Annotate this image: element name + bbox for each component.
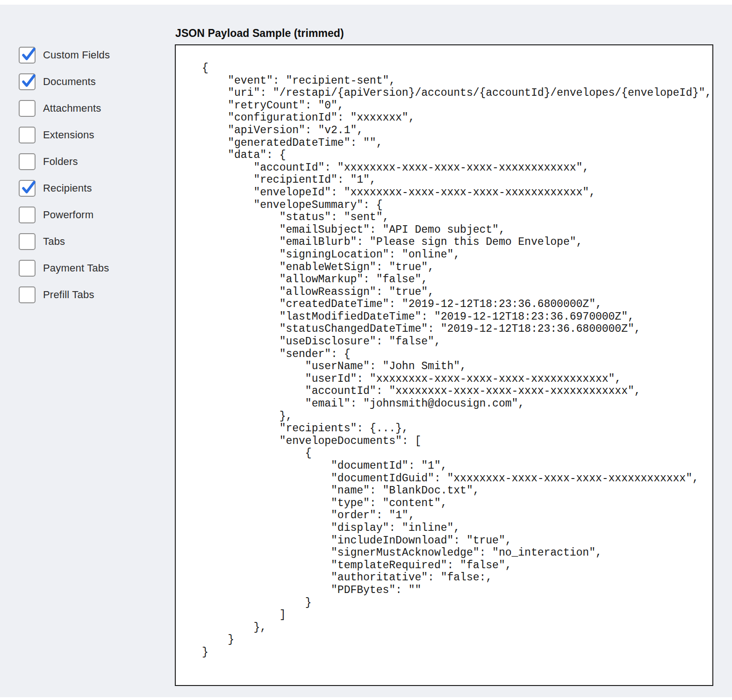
tabs-label: Tabs	[43, 236, 65, 248]
extensions-checkbox[interactable]	[19, 127, 36, 143]
documents-checkbox[interactable]	[19, 73, 36, 90]
sidebar-item-prefill-tabs[interactable]: Prefill Tabs	[19, 286, 159, 303]
checkmark-icon	[19, 46, 37, 64]
tabs-checkbox[interactable]	[19, 233, 36, 250]
custom-fields-label: Custom Fields	[43, 49, 110, 61]
payment-tabs-label: Payment Tabs	[43, 262, 109, 274]
folders-label: Folders	[43, 156, 78, 168]
checkmark-icon	[19, 72, 37, 90]
sidebar-item-folders[interactable]: Folders	[19, 153, 159, 170]
attachments-label: Attachments	[43, 102, 101, 114]
prefill-tabs-label: Prefill Tabs	[43, 289, 94, 301]
sidebar-item-powerform[interactable]: Powerform	[19, 207, 159, 223]
sidebar-item-recipients[interactable]: Recipients	[19, 180, 159, 197]
attachments-checkbox[interactable]	[19, 100, 36, 117]
json-payload-box: { "event": "recipient-sent", "uri": "/re…	[175, 44, 713, 686]
event-options-list: Custom FieldsDocumentsAttachmentsExtensi…	[19, 47, 159, 313]
sidebar-item-tabs[interactable]: Tabs	[19, 233, 159, 250]
sidebar-item-payment-tabs[interactable]: Payment Tabs	[19, 260, 159, 277]
powerform-checkbox[interactable]	[19, 207, 36, 223]
json-payload-text: { "event": "recipient-sent", "uri": "/re…	[176, 45, 712, 659]
folders-checkbox[interactable]	[19, 153, 36, 170]
documents-label: Documents	[43, 76, 96, 88]
recipients-checkbox[interactable]	[19, 180, 36, 197]
payment-tabs-checkbox[interactable]	[19, 260, 36, 277]
sidebar-item-custom-fields[interactable]: Custom Fields	[19, 47, 159, 64]
sidebar-item-extensions[interactable]: Extensions	[19, 127, 159, 143]
checkmark-icon	[19, 179, 37, 197]
recipients-label: Recipients	[43, 182, 92, 194]
sidebar-item-documents[interactable]: Documents	[19, 73, 159, 90]
sidebar-item-attachments[interactable]: Attachments	[19, 100, 159, 117]
powerform-label: Powerform	[43, 209, 93, 221]
payload-title: JSON Payload Sample (trimmed)	[175, 27, 344, 40]
page-background: Custom FieldsDocumentsAttachmentsExtensi…	[0, 5, 732, 697]
custom-fields-checkbox[interactable]	[19, 47, 36, 64]
prefill-tabs-checkbox[interactable]	[19, 286, 36, 303]
extensions-label: Extensions	[43, 129, 94, 141]
